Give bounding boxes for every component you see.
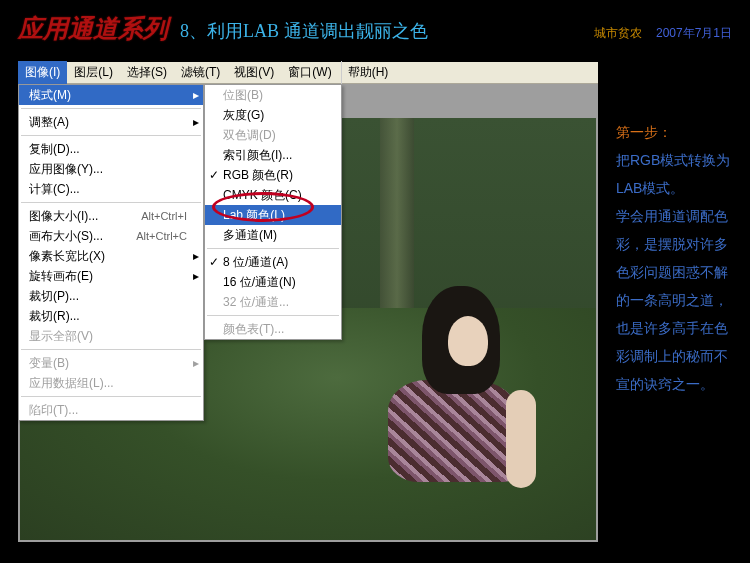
series-title: 应用通道系列: [18, 12, 168, 45]
menu-item[interactable]: 应用图像(Y)...: [19, 159, 203, 179]
menu-item[interactable]: 图像大小(I)...Alt+Ctrl+I: [19, 206, 203, 226]
mode-item: 双色调(D): [205, 125, 341, 145]
menu-item[interactable]: 裁切(P)...: [19, 286, 203, 306]
menu-select[interactable]: 选择(S): [120, 61, 174, 84]
figure-face: [448, 316, 488, 366]
chevron-right-icon: ▸: [193, 269, 199, 283]
menu-item[interactable]: 像素长宽比(X)▸: [19, 246, 203, 266]
menu-item[interactable]: 计算(C)...: [19, 179, 203, 199]
chevron-right-icon: ▸: [193, 249, 199, 263]
step-body: 把RGB模式转换为LAB模式。学会用通道调配色彩，是摆脱对许多色彩问题困惑不解的…: [616, 146, 732, 398]
chevron-right-icon: ▸: [193, 115, 199, 129]
mode-item: 32 位/通道...: [205, 292, 341, 312]
mode-item[interactable]: 灰度(G): [205, 105, 341, 125]
check-icon: ✓: [209, 255, 219, 269]
menu-image-dropdown[interactable]: 模式(M)▸调整(A)▸复制(D)...应用图像(Y)...计算(C)...图像…: [18, 84, 204, 421]
menubar[interactable]: 图像(I) 图层(L) 选择(S) 滤镜(T) 视图(V) 窗口(W) 帮助(H…: [18, 62, 598, 84]
mode-item[interactable]: ✓8 位/通道(A): [205, 252, 341, 272]
mode-item: 位图(B): [205, 85, 341, 105]
menu-item[interactable]: 裁切(R)...: [19, 306, 203, 326]
step-label: 第一步：: [616, 118, 732, 146]
mode-item[interactable]: Lab 颜色(L): [205, 205, 341, 225]
menu-image[interactable]: 图像(I): [18, 61, 67, 84]
figure-body: [388, 380, 518, 482]
menu-item: 变量(B)▸: [19, 353, 203, 373]
menu-view[interactable]: 视图(V): [227, 61, 281, 84]
figure-arm: [506, 390, 536, 488]
mode-item[interactable]: CMYK 颜色(C): [205, 185, 341, 205]
mode-item[interactable]: 16 位/通道(N): [205, 272, 341, 292]
author: 城市贫农: [594, 25, 642, 42]
date: 2007年7月1日: [656, 25, 732, 42]
mode-item: 颜色表(T)...: [205, 319, 341, 339]
chevron-right-icon: ▸: [193, 356, 199, 370]
caption-sidebar: 第一步： 把RGB模式转换为LAB模式。学会用通道调配色彩，是摆脱对许多色彩问题…: [616, 118, 732, 398]
photoshop-window: 图像(I) 图层(L) 选择(S) 滤镜(T) 视图(V) 窗口(W) 帮助(H…: [18, 62, 598, 542]
menu-item[interactable]: 画布大小(S)...Alt+Ctrl+C: [19, 226, 203, 246]
check-icon: ✓: [209, 168, 219, 182]
menu-item[interactable]: 复制(D)...: [19, 139, 203, 159]
menu-item[interactable]: 旋转画布(E)▸: [19, 266, 203, 286]
menu-item: 陷印(T)...: [19, 400, 203, 420]
mode-item[interactable]: 多通道(M): [205, 225, 341, 245]
menu-item[interactable]: 调整(A)▸: [19, 112, 203, 132]
lesson-title: 8、利用LAB 通道调出靓丽之色: [180, 19, 428, 43]
menu-help[interactable]: 帮助(H): [341, 61, 396, 84]
menu-filter[interactable]: 滤镜(T): [174, 61, 227, 84]
menu-mode-flyout[interactable]: 位图(B)灰度(G)双色调(D)索引颜色(I)...✓RGB 颜色(R)CMYK…: [204, 84, 342, 340]
mode-item[interactable]: 索引颜色(I)...: [205, 145, 341, 165]
menu-item: 应用数据组(L)...: [19, 373, 203, 393]
chevron-right-icon: ▸: [193, 88, 199, 102]
menu-window[interactable]: 窗口(W): [281, 61, 338, 84]
page-header: 应用通道系列 8、利用LAB 通道调出靓丽之色 城市贫农 2007年7月1日: [0, 0, 750, 52]
mode-item[interactable]: ✓RGB 颜色(R): [205, 165, 341, 185]
menu-layer[interactable]: 图层(L): [67, 61, 120, 84]
menu-item[interactable]: 模式(M)▸: [19, 85, 203, 105]
figure: [366, 272, 546, 492]
menu-item: 显示全部(V): [19, 326, 203, 346]
